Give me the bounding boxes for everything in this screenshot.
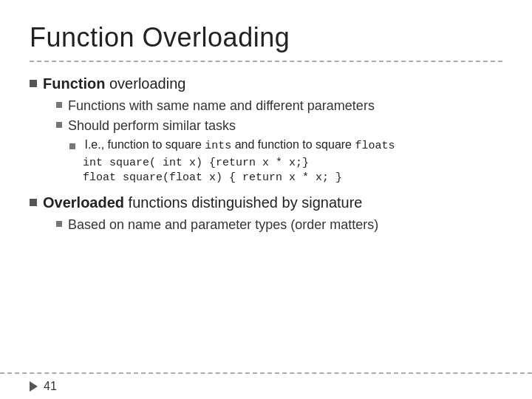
slide: Function Overloading Function overloadin… xyxy=(0,0,532,399)
bottom-bar: 41 xyxy=(0,372,532,399)
main-bullet-1: Function overloading xyxy=(30,75,502,92)
sub-bullet-1-2: Should perform similar tasks xyxy=(56,118,502,134)
ints-code: ints xyxy=(205,140,231,152)
sub-icon-1-2 xyxy=(56,122,62,128)
main-bullet-1-label: Function overloading xyxy=(43,75,185,92)
example-intro-text: I.e., function to square ints and functi… xyxy=(84,138,395,151)
sub-bullet-2-1: Based on name and parameter types (order… xyxy=(56,217,502,233)
main-bullet-2-label: Overloaded functions distinguished by si… xyxy=(43,194,362,211)
code-line-2-text: float square(float x) { return x * x; } xyxy=(83,171,342,184)
code-line-1: int square( int x) {return x * x;} xyxy=(83,157,502,169)
page-number: 41 xyxy=(44,380,57,393)
sub-bullet-2-1-label: Based on name and parameter types (order… xyxy=(68,217,378,233)
sub-bullet-1-1-label: Functions with same name and different p… xyxy=(68,98,375,114)
main-bullet-2: Overloaded functions distinguished by si… xyxy=(30,194,502,211)
sub-square-example xyxy=(69,143,75,149)
title-area: Function Overloading xyxy=(30,22,502,62)
sub-bullet-1-1: Functions with same name and different p… xyxy=(56,98,502,114)
bullet-icon-1 xyxy=(30,80,37,87)
bullet-icon-2 xyxy=(30,199,37,206)
section-2: Overloaded functions distinguished by si… xyxy=(30,194,502,233)
sub-bullet-1-2-label: Should perform similar tasks xyxy=(68,118,236,134)
example-intro-line: I.e., function to square ints and functi… xyxy=(69,138,502,152)
sub-icon-2-1 xyxy=(56,221,62,227)
slide-title: Function Overloading xyxy=(30,22,502,53)
arrow-icon xyxy=(30,381,38,392)
floats-code: floats xyxy=(355,140,395,152)
section-1: Function overloading Functions with same… xyxy=(30,75,502,184)
code-line-1-text: int square( int x) {return x * x;} xyxy=(83,157,309,169)
sub-icon-1-1 xyxy=(56,102,62,108)
code-line-2: float square(float x) { return x * x; } xyxy=(83,171,502,184)
